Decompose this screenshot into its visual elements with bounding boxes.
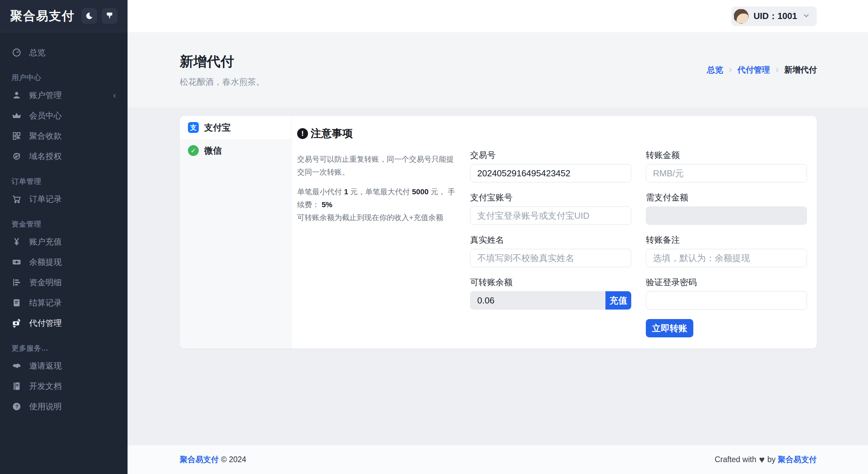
sidebar-item-label: 余额提现	[29, 257, 62, 268]
nav-section-header: 订单管理	[12, 177, 116, 186]
breadcrumb-separator-icon: ›	[729, 64, 732, 74]
sidebar-item-payout-manage[interactable]: 代付管理	[0, 313, 128, 333]
notice-title: 注意事项	[311, 126, 353, 141]
sidebar-header-actions	[81, 8, 117, 24]
sidebar-header: 聚合易支付	[0, 0, 128, 32]
sidebar-item-domain-auth[interactable]: e域名授权	[0, 146, 128, 166]
heart-icon: ♥	[759, 454, 765, 465]
breadcrumb-current: 新增代付	[784, 64, 817, 75]
sidebar-item-label: 总览	[29, 47, 45, 58]
page-subtitle: 松花酿酒，春水煎茶。	[180, 76, 265, 87]
real-name-input[interactable]	[470, 249, 631, 267]
theme-skin-button[interactable]	[102, 8, 117, 24]
sidebar-item-label: 开发文档	[29, 381, 62, 392]
tab-alipay[interactable]: 支支付宝	[180, 116, 291, 139]
chevron-left-icon: ‹	[113, 91, 116, 100]
balance-input	[470, 291, 605, 310]
breadcrumb-link[interactable]: 代付管理	[737, 64, 770, 75]
payout-card: 支支付宝✓微信 ! 注意事项 交易号可以防止重复转账，同一个交易号只能提交同一次…	[180, 116, 817, 349]
main-area: UID：1001 新增代付 松花酿酒，春水煎茶。 总览›代付管理›新增代付 支支…	[128, 0, 868, 474]
alert-icon: !	[297, 128, 308, 139]
sidebar-item-label: 域名授权	[29, 151, 62, 162]
footer-copyright: 聚合易支付 © 2024	[180, 454, 246, 465]
sidebar-item-label: 代付管理	[29, 318, 62, 329]
page-header-band: 新增代付 松花酿酒，春水煎茶。 总览›代付管理›新增代付	[128, 32, 868, 107]
trade-no-label: 交易号	[470, 150, 631, 161]
breadcrumb: 总览›代付管理›新增代付	[707, 64, 817, 75]
field-amount: 转账金额	[646, 150, 807, 182]
sidebar-item-account-manage[interactable]: 账户管理‹	[0, 85, 128, 105]
list-chart-icon	[12, 277, 22, 288]
sidebar-item-invite-cashback[interactable]: 邀请返现	[0, 356, 128, 376]
trade-no-input[interactable]	[470, 164, 631, 182]
tab-wechat[interactable]: ✓微信	[180, 139, 291, 162]
sidebar-item-balance-withdraw[interactable]: 余额提现	[0, 252, 128, 272]
pay-amount-label: 需支付金额	[646, 192, 807, 203]
tab-label: 支付宝	[204, 122, 231, 134]
copyright-text: © 2024	[221, 455, 246, 464]
field-balance: 可转账余额 充值	[470, 277, 631, 310]
balance-label: 可转账余额	[470, 277, 631, 288]
globe-icon: e	[12, 151, 22, 161]
footer: 聚合易支付 © 2024 Crafted with♥by 聚合易支付	[128, 445, 868, 474]
crown-icon	[12, 111, 22, 121]
sidebar-item-settle-records[interactable]: 结算记录	[0, 293, 128, 313]
field-real-name: 真实姓名	[470, 234, 631, 267]
nav-section-header: 用户中心	[12, 73, 116, 82]
notice-paragraph: 可转账余额为截止到现在你的收入+充值余额	[297, 211, 457, 224]
recharge-button[interactable]: 充值	[605, 291, 631, 310]
remark-input[interactable]	[646, 249, 807, 267]
avatar	[734, 9, 749, 24]
sidebar: 聚合易支付 总览用户中心账户管理‹会员中心聚合收款e域名授权订单管理订单记录资金…	[0, 0, 128, 474]
breadcrumb-link[interactable]: 总览	[707, 64, 723, 75]
sidebar-item-member-center[interactable]: 会员中心	[0, 105, 128, 126]
field-alipay-account: 支付宝账号	[470, 192, 631, 225]
real-name-label: 真实姓名	[470, 234, 631, 245]
sidebar-nav: 总览用户中心账户管理‹会员中心聚合收款e域名授权订单管理订单记录资金管理账户充值…	[0, 32, 128, 474]
brush-icon	[105, 12, 114, 20]
payout-form: 交易号 转账金额 支付宝账号 需支付金额	[470, 150, 807, 338]
password-input[interactable]	[646, 291, 807, 310]
nav-section-header: 更多服务...	[12, 343, 116, 353]
chevron-down-icon	[802, 11, 811, 21]
submit-transfer-button[interactable]: 立即转账	[646, 319, 693, 337]
sidebar-item-dev-docs[interactable]: 开发文档	[0, 376, 128, 396]
footer-brand-link[interactable]: 聚合易支付	[180, 455, 219, 464]
book-icon	[12, 381, 22, 391]
sidebar-item-label: 资金明细	[29, 277, 62, 288]
tab-label: 微信	[204, 145, 222, 157]
sidebar-item-label: 使用说明	[29, 401, 62, 412]
sidebar-item-label: 会员中心	[29, 110, 62, 121]
moon-icon	[85, 12, 93, 20]
pay-amount-input	[646, 206, 807, 225]
sidebar-item-funds-detail[interactable]: 资金明细	[0, 272, 128, 293]
topbar: UID：1001	[128, 0, 868, 32]
crafted-by-text: by	[767, 455, 775, 464]
notice-paragraph: 交易号可以防止重复转账，同一个交易号只能提交同一次转账。	[297, 153, 457, 179]
sidebar-item-usage-guide[interactable]: ?使用说明	[0, 396, 128, 417]
breadcrumb-separator-icon: ›	[775, 64, 779, 74]
footer-brand-link[interactable]: 聚合易支付	[778, 455, 817, 464]
document-icon	[12, 298, 22, 308]
user-icon	[12, 90, 22, 100]
cart-icon	[12, 194, 22, 204]
wechat-icon: ✓	[188, 145, 199, 156]
amount-label: 转账金额	[646, 150, 807, 161]
footer-credit: Crafted with♥by 聚合易支付	[715, 454, 817, 465]
password-label: 验证登录密码	[646, 277, 807, 288]
user-menu[interactable]: UID：1001	[731, 6, 817, 26]
alipay-account-input[interactable]	[470, 206, 631, 225]
sidebar-item-aggregate-collect[interactable]: 聚合收款	[0, 126, 128, 146]
app-logo[interactable]: 聚合易支付	[10, 8, 81, 24]
dark-mode-button[interactable]	[81, 8, 97, 24]
sidebar-item-label: 账户充值	[29, 236, 62, 247]
question-icon: ?	[12, 401, 22, 412]
sidebar-item-overview[interactable]: 总览	[0, 42, 128, 63]
sidebar-item-order-records[interactable]: 订单记录	[0, 189, 128, 209]
content-area: 支支付宝✓微信 ! 注意事项 交易号可以防止重复转账，同一个交易号只能提交同一次…	[128, 107, 868, 445]
amount-input[interactable]	[646, 164, 807, 182]
remark-label: 转账备注	[646, 234, 807, 245]
page-title: 新增代付	[180, 52, 265, 71]
sidebar-item-label: 聚合收款	[29, 131, 62, 141]
sidebar-item-account-recharge[interactable]: 账户充值	[0, 232, 128, 252]
